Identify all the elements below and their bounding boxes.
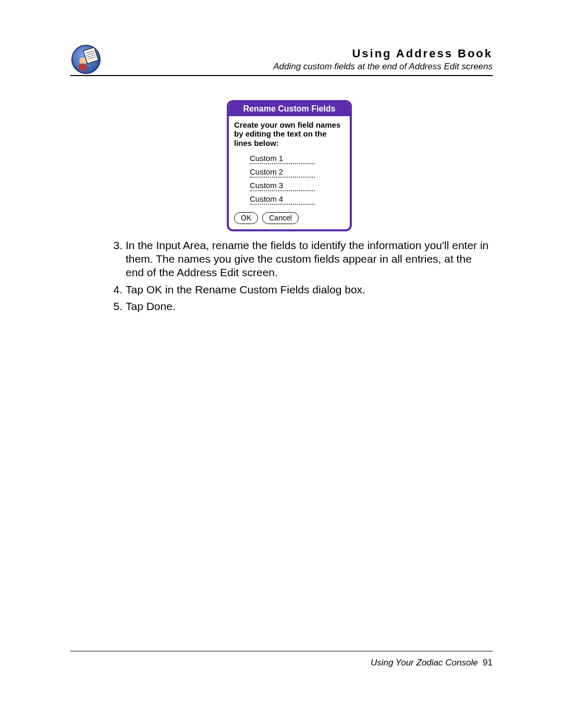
dialog-title: Rename Custom Fields	[229, 102, 350, 116]
footer-book-title: Using Your Zodiac Console	[371, 658, 478, 668]
dialog-instruction: Create your own field names by editing t…	[234, 120, 345, 147]
footer-rule	[70, 651, 493, 652]
header-rule	[70, 75, 493, 76]
rename-custom-fields-dialog: Rename Custom Fields Create your own fie…	[227, 100, 352, 231]
list-item: 4. Tap OK in the Rename Custom Fields di…	[70, 283, 493, 297]
ok-button[interactable]: OK	[234, 212, 258, 224]
custom-field-input[interactable]: Custom 3	[250, 181, 315, 191]
chapter-title: Using Address Book	[70, 47, 493, 60]
custom-field-input[interactable]: Custom 1	[250, 154, 315, 164]
instruction-list: 3. In the Input Area, rename the fields …	[70, 239, 493, 313]
page-footer: Using Your Zodiac Console 91	[371, 658, 493, 668]
step-text: In the Input Area, rename the fields to …	[126, 239, 493, 280]
page-number: 91	[483, 658, 493, 668]
list-item: 5. Tap Done.	[70, 300, 493, 313]
svg-rect-2	[79, 64, 87, 71]
custom-field-input[interactable]: Custom 4	[250, 194, 315, 205]
page-header: Using Address Book Adding custom fields …	[70, 47, 493, 78]
list-item: 3. In the Input Area, rename the fields …	[70, 239, 493, 280]
custom-field-input[interactable]: Custom 2	[250, 167, 315, 178]
step-number: 3.	[70, 239, 126, 280]
step-number: 4.	[70, 283, 126, 297]
address-book-icon	[70, 44, 102, 75]
step-text: Tap OK in the Rename Custom Fields dialo…	[126, 283, 493, 297]
step-number: 5.	[70, 300, 126, 313]
step-text: Tap Done.	[126, 300, 493, 313]
section-title: Adding custom fields at the end of Addre…	[70, 61, 493, 72]
cancel-button[interactable]: Cancel	[262, 212, 299, 224]
